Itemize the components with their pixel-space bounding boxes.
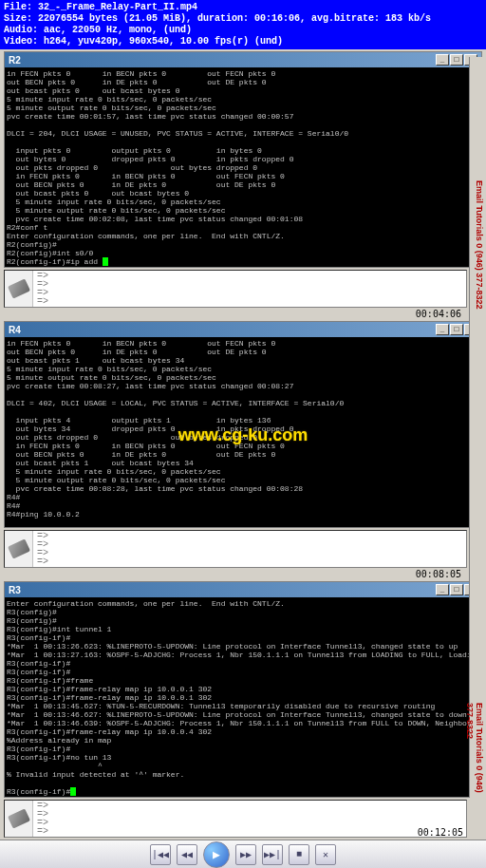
stop-button[interactable]: ■ — [289, 844, 309, 865]
terminal-window-r2: R2 _ □ × in FECN pkts 0 in BECN pkts 0 o… — [4, 51, 482, 268]
arrow-list: => => => => — [33, 531, 466, 567]
terminal-text: in FECN pkts 0 in BECN pkts 0 out FECN p… — [7, 69, 348, 266]
titlebar-r4[interactable]: R4 _ □ × — [5, 322, 481, 337]
terminal-window-r4: R4 _ □ × in FECN pkts 0 in BECN pkts 0 o… — [4, 321, 482, 528]
terminal-text: in FECN pkts 0 in BECN pkts 0 out FECN p… — [7, 339, 344, 527]
terminal-window-r3: R3 _ □ × Enter configuration commands, o… — [4, 581, 482, 798]
panel-r4: => => => => — [4, 530, 467, 568]
maximize-button[interactable]: □ — [450, 54, 463, 66]
minimize-button[interactable]: _ — [436, 324, 449, 335]
cursor-icon — [103, 257, 108, 266]
cursor-icon — [70, 787, 76, 796]
terminal-text: Enter configuration commands, one per li… — [7, 599, 481, 796]
bottom-timestamp: 00:12:05 — [418, 827, 463, 838]
maximize-button[interactable]: □ — [450, 324, 463, 335]
arrow-list: => => => => — [33, 801, 466, 837]
terminal-output-r4[interactable]: in FECN pkts 0 in BECN pkts 0 out FECN p… — [5, 337, 481, 527]
sidebar-label-1[interactable]: Email Tutorials 0 (946) 377-8322 — [475, 180, 484, 309]
file-info-header: File: 32_-_Frame_Relay-Part_II.mp4 Size:… — [0, 0, 486, 49]
panel-r2: => => => => — [4, 270, 467, 308]
terminal-output-r3[interactable]: Enter configuration commands, one per li… — [5, 597, 481, 797]
plug-icon[interactable] — [5, 801, 33, 837]
minimize-button[interactable]: _ — [436, 54, 449, 66]
titlebar-title: R2 — [9, 55, 21, 66]
titlebar-r2[interactable]: R2 _ □ × — [5, 52, 481, 67]
size-line: Size: 22076554 bytes (21.05 MiB), durati… — [4, 13, 482, 25]
minimize-button[interactable]: _ — [436, 584, 449, 595]
titlebar-title: R3 — [9, 585, 21, 595]
timestamp-r2: 00:04:06 — [0, 309, 486, 319]
player-bar: |◀◀ ◀◀ ▶ ▶▶ ▶▶| ■ ✕ — [0, 840, 486, 868]
panel-r3: => => => => — [4, 800, 467, 838]
close-player-button[interactable]: ✕ — [315, 844, 336, 865]
plug-icon[interactable] — [5, 531, 33, 567]
prev-button[interactable]: |◀◀ — [150, 844, 171, 865]
play-button[interactable]: ▶ — [203, 841, 230, 868]
file-line: File: 32_-_Frame_Relay-Part_II.mp4 — [4, 2, 482, 13]
titlebar-title: R4 — [9, 325, 21, 335]
next-button[interactable]: ▶▶| — [262, 844, 283, 865]
arrow-list: => => => => — [33, 271, 466, 307]
terminal-output-r2[interactable]: in FECN pkts 0 in BECN pkts 0 out FECN p… — [5, 67, 481, 267]
maximize-button[interactable]: □ — [450, 584, 463, 595]
sidebar-label-2[interactable]: Email Tutorials 0 (946) 377-8322 — [465, 703, 484, 798]
audio-line: Audio: aac, 22050 Hz, mono, (und) — [4, 25, 482, 36]
right-sidebar: Email Tutorials 0 (946) 377-8322 Email T… — [469, 57, 486, 798]
plug-icon[interactable] — [5, 271, 33, 307]
forward-button[interactable]: ▶▶ — [235, 844, 256, 865]
video-line: Video: h264, yuv420p, 960x540, 10.00 fps… — [4, 36, 482, 47]
rewind-button[interactable]: ◀◀ — [177, 844, 197, 865]
titlebar-r3[interactable]: R3 _ □ × — [5, 582, 481, 597]
timestamp-r4: 00:08:05 — [0, 569, 486, 579]
